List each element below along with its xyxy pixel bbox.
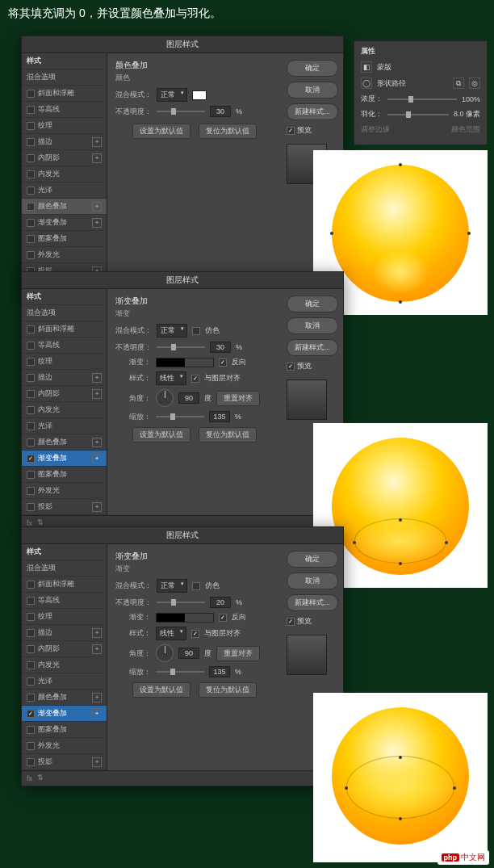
checkbox[interactable] <box>27 661 35 669</box>
checkbox[interactable] <box>27 406 35 414</box>
checkbox[interactable] <box>27 710 35 718</box>
checkbox[interactable] <box>27 471 35 479</box>
checkbox[interactable] <box>27 219 35 227</box>
ok-button[interactable]: 确定 <box>287 296 338 312</box>
reverse-checkbox[interactable] <box>219 614 227 622</box>
style-color-overlay[interactable]: 颜色叠加+ <box>22 434 107 451</box>
ok-button[interactable]: 确定 <box>287 551 338 568</box>
style-satin[interactable]: 光泽 <box>22 673 107 690</box>
checkbox[interactable] <box>27 374 35 382</box>
blend-mode-select[interactable]: 正常 <box>157 579 187 593</box>
cancel-button[interactable]: 取消 <box>287 572 338 589</box>
checkbox[interactable] <box>27 154 35 162</box>
style-gradient-overlay[interactable]: 渐变叠加+ <box>22 215 107 231</box>
target-icon[interactable]: ◎ <box>469 78 480 89</box>
plus-icon[interactable]: + <box>92 153 102 163</box>
checkbox[interactable] <box>27 726 35 734</box>
style-bevel[interactable]: 斜面和浮雕 <box>22 86 107 102</box>
mask-icon[interactable]: ◧ <box>361 61 372 73</box>
reverse-checkbox[interactable] <box>219 359 227 367</box>
preview-checkbox[interactable] <box>287 363 295 371</box>
reset-align-button[interactable]: 重置对齐 <box>216 646 260 661</box>
style-stroke[interactable]: 描边+ <box>22 134 107 150</box>
cancel-button[interactable]: 取消 <box>287 317 338 334</box>
checkbox[interactable] <box>27 251 35 259</box>
style-gradient-overlay[interactable]: 渐变叠加+ <box>22 706 107 722</box>
checkbox[interactable] <box>27 503 35 511</box>
link-icon[interactable]: ⧉ <box>453 78 464 89</box>
checkbox[interactable] <box>27 203 35 211</box>
style-inner-shadow[interactable]: 内阴影+ <box>22 386 107 402</box>
shape-path-icon[interactable]: ◯ <box>361 78 372 89</box>
style-pattern-overlay[interactable]: 图案叠加 <box>22 231 107 247</box>
set-default-button[interactable]: 设置为默认值 <box>132 124 190 139</box>
checkbox[interactable] <box>27 122 35 130</box>
checkbox[interactable] <box>27 581 35 589</box>
checkbox[interactable] <box>27 677 35 686</box>
checkbox[interactable] <box>27 358 35 366</box>
opacity-slider[interactable] <box>157 602 205 603</box>
feather-slider[interactable] <box>387 114 449 115</box>
blend-options[interactable]: 混合选项 <box>22 560 107 577</box>
scale-slider[interactable] <box>156 671 204 673</box>
checkbox[interactable] <box>27 187 35 195</box>
opacity-slider[interactable] <box>157 346 205 348</box>
gradient-style-select[interactable]: 线性 <box>156 371 186 385</box>
set-default-button[interactable]: 设置为默认值 <box>132 427 190 442</box>
style-stroke[interactable]: 描边+ <box>22 625 107 641</box>
style-satin[interactable]: 光泽 <box>22 418 107 434</box>
checkbox[interactable] <box>27 170 35 178</box>
checkbox[interactable] <box>27 629 35 637</box>
angle-dial[interactable] <box>156 389 174 407</box>
plus-icon[interactable]: + <box>92 373 102 383</box>
checkbox[interactable] <box>27 455 35 463</box>
style-drop-shadow[interactable]: 投影+ <box>22 499 107 515</box>
align-checkbox[interactable] <box>191 630 199 638</box>
checkbox[interactable] <box>27 390 35 398</box>
scale-input[interactable]: 135 <box>209 411 230 422</box>
plus-icon[interactable]: + <box>92 389 102 399</box>
style-inner-glow[interactable]: 内发光 <box>22 402 107 418</box>
plus-icon[interactable]: + <box>92 709 102 719</box>
plus-icon[interactable]: + <box>92 218 102 228</box>
checkbox[interactable] <box>27 758 35 766</box>
style-stroke[interactable]: 描边+ <box>22 370 107 386</box>
up-down-icon[interactable]: ⇅ <box>37 774 47 783</box>
plus-icon[interactable]: + <box>92 454 102 463</box>
style-inner-shadow[interactable]: 内阴影+ <box>22 641 107 657</box>
scale-slider[interactable] <box>156 416 204 417</box>
gradient-style-select[interactable]: 线性 <box>156 627 186 640</box>
new-style-button[interactable]: 新建样式... <box>287 594 338 611</box>
angle-input[interactable]: 90 <box>178 648 199 659</box>
color-swatch[interactable] <box>192 90 207 100</box>
style-texture[interactable]: 纹理 <box>22 354 107 370</box>
preview-checkbox[interactable] <box>287 618 295 626</box>
blend-options[interactable]: 混合选项 <box>22 69 107 86</box>
checkbox[interactable] <box>27 438 35 447</box>
reset-default-button[interactable]: 复位为默认值 <box>199 427 257 442</box>
gradient-picker[interactable] <box>156 358 214 367</box>
style-contour[interactable]: 等高线 <box>22 102 107 118</box>
checkbox[interactable] <box>27 235 35 243</box>
opacity-input[interactable]: 30 <box>210 342 231 353</box>
ok-button[interactable]: 确定 <box>287 60 338 77</box>
style-outer-glow[interactable]: 外发光 <box>22 247 107 263</box>
angle-input[interactable]: 90 <box>178 392 199 404</box>
preview-checkbox[interactable] <box>287 127 295 135</box>
blend-mode-select[interactable]: 正常 <box>157 324 187 338</box>
opacity-input[interactable]: 30 <box>210 106 231 117</box>
style-inner-glow[interactable]: 内发光 <box>22 657 107 673</box>
style-drop-shadow[interactable]: 投影+ <box>22 754 107 770</box>
style-satin[interactable]: 光泽 <box>22 182 107 199</box>
gradient-picker[interactable] <box>156 613 214 623</box>
plus-icon[interactable]: + <box>92 644 102 654</box>
plus-icon[interactable]: + <box>92 693 102 702</box>
checkbox[interactable] <box>27 742 35 750</box>
style-texture[interactable]: 纹理 <box>22 609 107 625</box>
blend-mode-select[interactable]: 正常 <box>157 88 187 102</box>
checkbox[interactable] <box>27 325 35 333</box>
style-inner-shadow[interactable]: 内阴影+ <box>22 150 107 166</box>
plus-icon[interactable]: + <box>92 202 102 212</box>
checkbox[interactable] <box>27 422 35 430</box>
checkbox[interactable] <box>27 487 35 495</box>
